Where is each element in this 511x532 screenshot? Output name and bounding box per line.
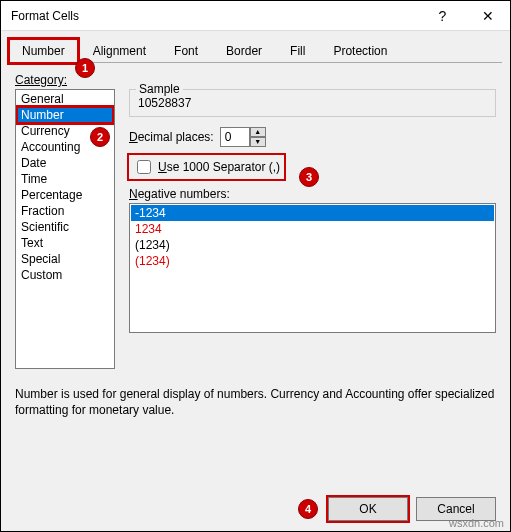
decimal-spinner[interactable]: ▲ ▼ <box>220 127 266 147</box>
tab-font[interactable]: Font <box>161 39 211 62</box>
help-button[interactable]: ? <box>420 1 465 31</box>
category-percentage[interactable]: Percentage <box>17 187 113 203</box>
category-text[interactable]: Text <box>17 235 113 251</box>
tab-alignment[interactable]: Alignment <box>80 39 159 62</box>
spin-up[interactable]: ▲ <box>250 127 266 137</box>
callout-3: 3 <box>299 167 319 187</box>
callout-4: 4 <box>298 499 318 519</box>
decimal-input[interactable] <box>220 127 250 147</box>
use-separator-label: Use 1000 Separator (,) <box>158 160 280 174</box>
titlebar: Format Cells ? ✕ <box>1 1 510 31</box>
category-general[interactable]: General <box>17 91 113 107</box>
callout-1: 1 <box>75 58 95 78</box>
tab-content: Category: General Number Currency Accoun… <box>1 63 510 379</box>
neg-item-1[interactable]: -1234 <box>131 205 494 221</box>
category-custom[interactable]: Custom <box>17 267 113 283</box>
description-text: Number is used for general display of nu… <box>15 387 496 418</box>
category-date[interactable]: Date <box>17 155 113 171</box>
sample-value: 10528837 <box>138 96 487 110</box>
neg-item-3[interactable]: (1234) <box>131 237 494 253</box>
sample-box: Sample 10528837 <box>129 89 496 117</box>
decimal-label: Decimal places: <box>129 130 214 144</box>
dialog-title: Format Cells <box>11 9 420 23</box>
callout-2: 2 <box>90 127 110 147</box>
tab-border[interactable]: Border <box>213 39 275 62</box>
close-button[interactable]: ✕ <box>465 1 510 31</box>
category-time[interactable]: Time <box>17 171 113 187</box>
tab-protection[interactable]: Protection <box>320 39 400 62</box>
spin-down[interactable]: ▼ <box>250 137 266 147</box>
format-cells-dialog: Format Cells ? ✕ Number Alignment Font B… <box>0 0 511 532</box>
category-special[interactable]: Special <box>17 251 113 267</box>
ok-button[interactable]: OK <box>328 497 408 521</box>
category-number[interactable]: Number <box>17 107 113 123</box>
neg-item-2[interactable]: 1234 <box>131 221 494 237</box>
category-fraction[interactable]: Fraction <box>17 203 113 219</box>
tab-fill[interactable]: Fill <box>277 39 318 62</box>
use-separator-checkbox[interactable] <box>137 160 151 174</box>
sample-label: Sample <box>136 82 183 96</box>
category-scientific[interactable]: Scientific <box>17 219 113 235</box>
watermark: wsxdn.com <box>449 517 504 529</box>
tab-number[interactable]: Number <box>9 39 78 63</box>
neg-item-4[interactable]: (1234) <box>131 253 494 269</box>
negative-list[interactable]: -1234 1234 (1234) (1234) <box>129 203 496 333</box>
negative-label: Negative numbers: <box>129 187 496 201</box>
